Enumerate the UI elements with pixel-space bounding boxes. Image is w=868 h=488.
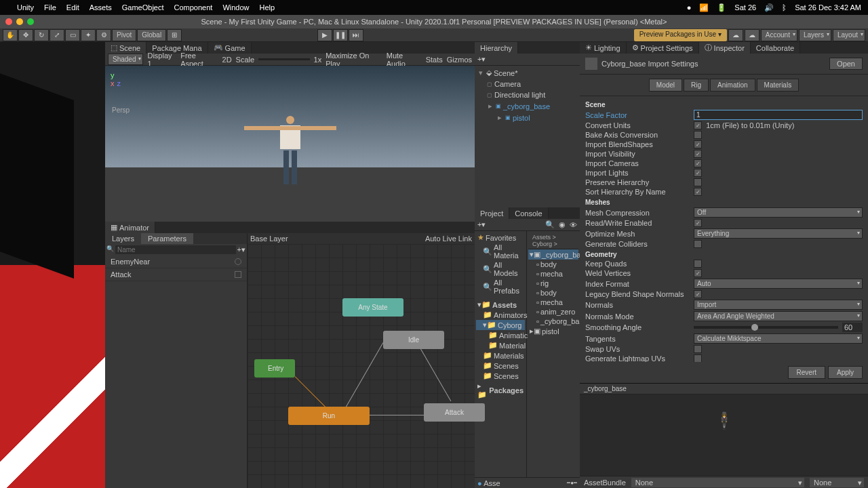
- list-item[interactable]: ▾📁Assets: [476, 300, 525, 310]
- breadcrumb[interactable]: Assets > Cyborg >: [528, 232, 578, 249]
- animator-layers-tab[interactable]: Layers: [105, 233, 141, 244]
- checkbox[interactable]: [694, 178, 702, 186]
- tree-row[interactable]: ▢Camera: [475, 79, 580, 89]
- menu-gameobject[interactable]: GameObject: [122, 3, 164, 12]
- menu-app[interactable]: Unity: [17, 3, 34, 12]
- open-button[interactable]: Open: [829, 58, 863, 70]
- list-item[interactable]: ▾📁Cyborg: [476, 320, 525, 330]
- list-item[interactable]: ★Favorites: [476, 232, 525, 243]
- global-toggle[interactable]: Global: [137, 29, 166, 41]
- layers-dropdown[interactable]: Layers: [799, 29, 831, 41]
- apply-button[interactable]: Apply: [828, 366, 863, 379]
- gizmos-toggle[interactable]: Gizmos: [447, 56, 472, 64]
- scale-tool-icon[interactable]: ⤢: [50, 29, 64, 41]
- perspective-label[interactable]: Persp: [112, 106, 130, 114]
- menu-file[interactable]: File: [44, 3, 56, 12]
- checkbox[interactable]: ✓: [694, 159, 702, 167]
- tree-row[interactable]: ▸▣_cyborg_base: [475, 100, 580, 112]
- menubar-time[interactable]: Sat 26 Dec 3:42 AM: [795, 3, 861, 12]
- layout-dropdown[interactable]: Layout: [833, 29, 865, 41]
- base-layer-label[interactable]: Base Layer: [250, 235, 288, 243]
- import-tab-animation[interactable]: Animation: [710, 79, 755, 92]
- bool-toggle-icon[interactable]: [235, 271, 241, 278]
- volume-icon[interactable]: 🔊: [764, 3, 774, 12]
- normals-dropdown[interactable]: Import: [694, 300, 863, 310]
- tab-hierarchy[interactable]: Hierarchy: [475, 42, 518, 54]
- pivot-toggle[interactable]: Pivot: [112, 29, 136, 41]
- checkbox[interactable]: [694, 354, 702, 362]
- node-idle[interactable]: Idle: [383, 331, 444, 349]
- add-param-button[interactable]: +▾: [237, 245, 245, 254]
- display-dropdown[interactable]: Display 1: [147, 52, 176, 68]
- collab-icon[interactable]: ☁: [728, 29, 743, 41]
- list-item[interactable]: ▫body: [528, 288, 578, 298]
- tab-project-settings[interactable]: ⚙Project Settings: [627, 42, 699, 54]
- twod-label[interactable]: 2D: [222, 56, 232, 64]
- checkbox[interactable]: ✓: [694, 188, 702, 196]
- list-item[interactable]: 📁Scenes: [476, 361, 525, 371]
- tree-row[interactable]: ▾⬙Scene*: [475, 67, 580, 79]
- auto-live-link-toggle[interactable]: Auto Live Link: [425, 235, 472, 243]
- menu-assets[interactable]: Assets: [90, 3, 112, 12]
- list-item[interactable]: 🔍All Prefabs: [476, 278, 525, 296]
- param-row[interactable]: EnemyNear: [105, 256, 247, 268]
- minimize-window-icon[interactable]: [16, 18, 23, 25]
- list-item[interactable]: ▸📁Packages: [476, 381, 525, 400]
- asset-preview[interactable]: _cyborg_base 🕴: [580, 383, 868, 476]
- list-item[interactable]: 📁Material: [476, 340, 525, 350]
- node-run[interactable]: Run: [288, 407, 370, 425]
- scale-slider[interactable]: [258, 58, 309, 60]
- wifi-icon[interactable]: 📶: [699, 3, 709, 12]
- transform-tool-icon[interactable]: ✦: [81, 29, 96, 41]
- custom-tool-icon[interactable]: ⚙: [96, 29, 111, 41]
- search-icon[interactable]: 🔍: [545, 220, 555, 229]
- cloud-icon[interactable]: ☁: [745, 29, 760, 41]
- tab-inspector[interactable]: ⓘInspector: [699, 42, 751, 54]
- checkbox[interactable]: ✓: [694, 150, 702, 158]
- import-tab-materials[interactable]: Materials: [757, 79, 800, 92]
- tab-lighting[interactable]: ☀Lighting: [580, 42, 627, 54]
- hand-tool-icon[interactable]: ✋: [3, 29, 18, 41]
- menu-help[interactable]: Help: [260, 3, 275, 12]
- list-item[interactable]: ▫anim_zero: [528, 307, 578, 317]
- normals-mode-dropdown[interactable]: Area And Angle Weighted: [694, 311, 863, 321]
- checkbox[interactable]: [694, 260, 702, 268]
- animator-parameters-tab[interactable]: Parameters: [141, 233, 193, 244]
- optimize-mesh-dropdown[interactable]: Everything: [694, 228, 863, 239]
- revert-button[interactable]: Revert: [788, 366, 825, 379]
- tab-project[interactable]: Project: [475, 207, 509, 219]
- shaded-dropdown[interactable]: Shaded: [108, 54, 143, 65]
- node-any-state[interactable]: Any State: [342, 298, 403, 317]
- tree-row[interactable]: ▢Directional light: [475, 89, 580, 100]
- param-row[interactable]: Attack: [105, 268, 247, 281]
- bluetooth-icon[interactable]: ᛒ: [782, 3, 787, 12]
- smoothing-angle-value[interactable]: 60: [842, 323, 863, 332]
- mute-audio-toggle[interactable]: Mute Audio: [387, 52, 422, 68]
- list-item[interactable]: 🔍All Materia: [476, 243, 525, 260]
- import-tab-rig[interactable]: Rig: [684, 79, 709, 92]
- add-button-icon[interactable]: +▾: [477, 220, 486, 229]
- list-item[interactable]: ▫body: [528, 260, 578, 269]
- assetbundle-name-dropdown[interactable]: None: [631, 478, 804, 487]
- checkbox[interactable]: ✓: [694, 169, 702, 177]
- menu-component[interactable]: Component: [174, 3, 213, 12]
- battery-icon[interactable]: 🔋: [717, 3, 726, 12]
- move-tool-icon[interactable]: ✥: [18, 29, 33, 41]
- preview-packages-pill[interactable]: Preview Packages in Use ▾: [634, 29, 727, 41]
- rotate-tool-icon[interactable]: ↻: [34, 29, 49, 41]
- scale-factor-input[interactable]: [694, 110, 863, 120]
- add-button-icon[interactable]: +▾: [477, 55, 486, 64]
- filter-icon[interactable]: ◉: [559, 220, 566, 229]
- smoothing-angle-slider[interactable]: [694, 326, 838, 329]
- tab-animator[interactable]: ▦Animator: [105, 222, 155, 233]
- checkbox[interactable]: [694, 131, 702, 139]
- list-item[interactable]: 📁Materials: [476, 350, 525, 361]
- tab-scene[interactable]: ⬚Scene: [105, 42, 146, 54]
- import-tab-model[interactable]: Model: [649, 79, 682, 92]
- rect-tool-icon[interactable]: ▭: [65, 29, 80, 41]
- menu-window[interactable]: Window: [222, 3, 249, 12]
- index-format-dropdown[interactable]: Auto: [694, 279, 863, 289]
- tangents-dropdown[interactable]: Calculate Mikktspace: [694, 333, 863, 344]
- list-item[interactable]: ▸▣pistol: [528, 326, 578, 336]
- play-button-icon[interactable]: ▶: [317, 29, 332, 41]
